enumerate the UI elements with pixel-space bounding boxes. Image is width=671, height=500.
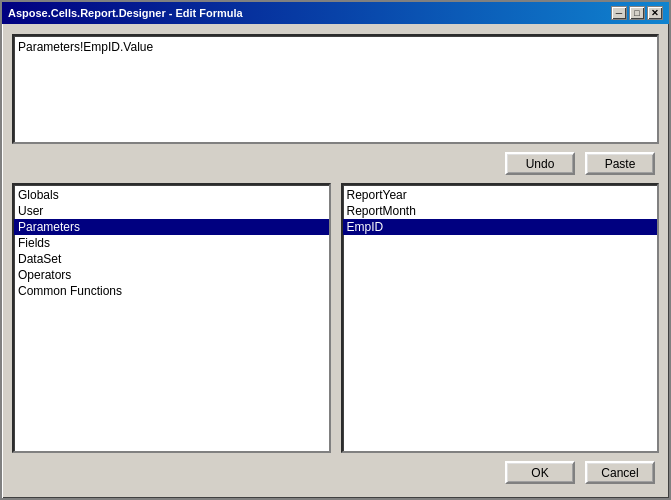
list-item[interactable]: Common Functions [14,283,329,299]
list-item[interactable]: ReportYear [343,187,658,203]
list-item[interactable]: Globals [14,187,329,203]
right-list[interactable]: ReportYearReportMonthEmpID [341,183,660,453]
paste-button[interactable]: Paste [585,152,655,175]
window-title: Aspose.Cells.Report.Designer - Edit Form… [8,7,243,19]
bottom-button-row: OK Cancel [12,461,659,488]
maximize-button[interactable]: □ [629,6,645,20]
ok-button[interactable]: OK [505,461,575,484]
list-item[interactable]: EmpID [343,219,658,235]
title-bar: Aspose.Cells.Report.Designer - Edit Form… [2,2,669,24]
list-item[interactable]: Parameters [14,219,329,235]
close-button[interactable]: ✕ [647,6,663,20]
list-item[interactable]: ReportMonth [343,203,658,219]
content-area: Parameters!EmpID.Value Undo Paste Global… [2,24,669,498]
formula-text: Parameters!EmpID.Value [18,40,153,54]
lists-area: GlobalsUserParametersFieldsDataSetOperat… [12,183,659,453]
left-list[interactable]: GlobalsUserParametersFieldsDataSetOperat… [12,183,331,453]
top-button-row: Undo Paste [12,152,659,175]
main-window: Aspose.Cells.Report.Designer - Edit Form… [0,0,671,500]
right-list-container: ReportYearReportMonthEmpID [341,183,660,453]
list-item[interactable]: DataSet [14,251,329,267]
minimize-button[interactable]: ─ [611,6,627,20]
list-item[interactable]: User [14,203,329,219]
list-item[interactable]: Fields [14,235,329,251]
list-item[interactable]: Operators [14,267,329,283]
undo-button[interactable]: Undo [505,152,575,175]
cancel-button[interactable]: Cancel [585,461,655,484]
title-bar-buttons: ─ □ ✕ [611,6,663,20]
left-list-container: GlobalsUserParametersFieldsDataSetOperat… [12,183,331,453]
formula-input[interactable]: Parameters!EmpID.Value [12,34,659,144]
